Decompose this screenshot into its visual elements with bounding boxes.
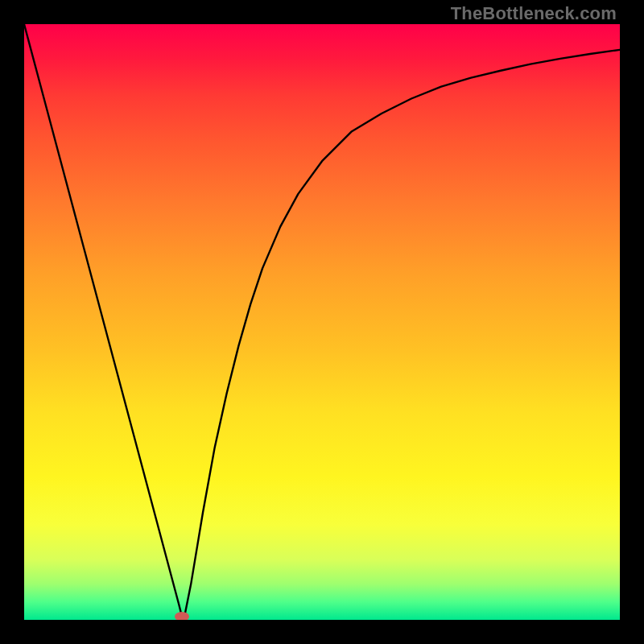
plot-area [24,24,620,620]
curve-minimum-marker [175,612,189,620]
watermark-text: TheBottleneck.com [451,3,617,24]
curve-layer [24,24,620,620]
bottleneck-curve [24,24,620,617]
chart-frame: TheBottleneck.com [0,0,644,644]
